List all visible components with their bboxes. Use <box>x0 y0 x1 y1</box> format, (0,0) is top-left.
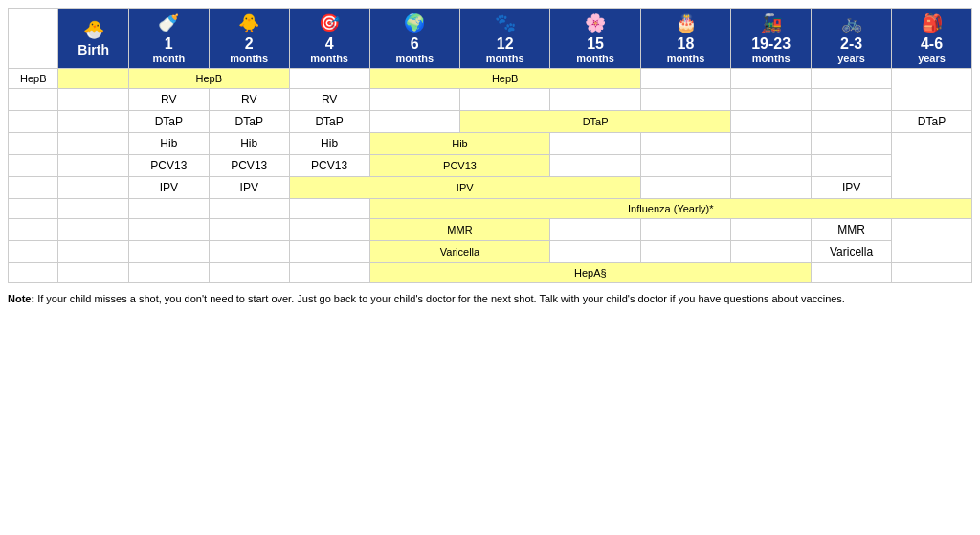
hib-2m: Hib <box>128 133 209 155</box>
header-4m: 🎯 4 months <box>289 9 369 69</box>
15m-unit: months <box>553 53 636 64</box>
4-6y-icon: 🎒 <box>895 12 969 33</box>
2m-icon: 🐥 <box>212 12 286 33</box>
hepa-2m <box>209 263 289 283</box>
19-23m-unit: months <box>734 53 808 64</box>
header-vaccine-col <box>9 9 58 69</box>
4-6y-num: 4-6 <box>895 35 969 53</box>
12m-num: 12 <box>463 35 546 53</box>
mmr-19m <box>640 219 730 241</box>
ipv-birth <box>58 177 128 199</box>
2-3y-unit: years <box>814 53 888 64</box>
hib-birth <box>58 133 128 155</box>
ipv-6m-18m: IPV <box>289 177 640 199</box>
hib-18m <box>550 133 640 155</box>
birth-icon: 🐣 <box>61 19 124 40</box>
influenza-1m <box>128 199 209 219</box>
mmr-1m <box>128 219 209 241</box>
hepb-1m: HepB <box>128 69 289 89</box>
rv-6m: RV <box>289 89 369 111</box>
ipv-row: IPV IPV IPV IPV <box>9 177 972 199</box>
rv-18m <box>550 89 640 111</box>
note-body: If your child misses a shot, you don't n… <box>34 293 845 304</box>
mmr-18m <box>550 219 640 241</box>
2-3y-num: 2-3 <box>814 35 888 53</box>
4m-unit: months <box>293 53 367 64</box>
12m-unit: months <box>463 53 546 64</box>
1m-unit: month <box>132 53 206 64</box>
header-12m: 🐾 12 months <box>459 9 549 69</box>
6m-icon: 🌍 <box>373 12 457 33</box>
6m-unit: months <box>373 53 457 64</box>
ipv-4m: IPV <box>209 177 289 199</box>
4m-num: 4 <box>293 35 367 53</box>
rv-label-cell <box>9 89 58 111</box>
influenza-6m-onward: Influenza (Yearly)* <box>369 199 971 219</box>
hepa-4m <box>289 263 369 283</box>
rv-2y <box>731 89 812 111</box>
12m-icon: 🐾 <box>463 12 546 33</box>
birth-label: Birth <box>78 42 109 57</box>
dtap-row: DTaP DTaP DTaP DTaP DTaP <box>9 111 972 133</box>
pcv13-12m-15m: PCV13 <box>369 155 550 177</box>
hib-19m <box>640 133 730 155</box>
pcv13-4y <box>812 155 892 177</box>
header-6m: 🌍 6 months <box>369 9 459 69</box>
dtap-2m: DTaP <box>128 111 209 133</box>
rv-birth <box>58 89 128 111</box>
influenza-4m <box>289 199 369 219</box>
pcv13-2y <box>731 155 812 177</box>
rv-4m: RV <box>209 89 289 111</box>
pcv13-birth <box>58 155 128 177</box>
header-birth: 🐣 Birth <box>58 9 128 69</box>
pcv13-19m <box>640 155 730 177</box>
varicella-2y <box>731 241 812 263</box>
hepb-birth <box>58 69 128 89</box>
influenza-label-cell <box>9 199 58 219</box>
pcv13-6m: PCV13 <box>289 155 369 177</box>
19-23m-icon: 🚂 <box>734 12 808 33</box>
varicella-row: Varicella Varicella <box>9 241 972 263</box>
mmr-2y <box>731 219 812 241</box>
hepa-2y <box>812 263 892 283</box>
2m-unit: months <box>212 53 286 64</box>
mmr-4y: MMR <box>812 219 892 241</box>
hepa-12m-19m: HepA§ <box>369 263 812 283</box>
note-text: Note: If your child misses a shot, you d… <box>8 291 972 307</box>
varicella-2m <box>209 241 289 263</box>
varicella-4y: Varicella <box>812 241 892 263</box>
pcv13-row: PCV13 PCV13 PCV13 PCV13 <box>9 155 972 177</box>
rv-15m <box>459 89 549 111</box>
hepa-label-cell <box>9 263 58 283</box>
hepb-4y <box>812 69 892 89</box>
1m-icon: 🍼 <box>132 12 206 33</box>
dtap-label-cell <box>9 111 58 133</box>
dtap-2y <box>812 111 892 133</box>
rv-2m: RV <box>128 89 209 111</box>
influenza-2m <box>209 199 289 219</box>
dtap-4y: DTaP <box>892 111 972 133</box>
hepb-2y <box>731 69 812 89</box>
mmr-row: MMR MMR <box>9 219 972 241</box>
varicella-1m <box>128 241 209 263</box>
hepa-1m <box>128 263 209 283</box>
rv-19m <box>640 89 730 111</box>
hib-row: Hib Hib Hib Hib <box>9 133 972 155</box>
ipv-4y: IPV <box>812 177 892 199</box>
mmr-2m <box>209 219 289 241</box>
rv-row: RV RV RV <box>9 89 972 111</box>
varicella-4m <box>289 241 369 263</box>
hib-2y <box>731 133 812 155</box>
hepa-birth <box>58 263 128 283</box>
header-18m: 🎂 18 months <box>640 9 730 69</box>
header-row: 🐣 Birth 🍼 1 month 🐥 2 months 🎯 4 months … <box>9 9 972 69</box>
ipv-19m <box>640 177 730 199</box>
hepa-row: HepA§ <box>9 263 972 283</box>
18m-icon: 🎂 <box>644 12 727 33</box>
2-3y-icon: 🚲 <box>814 12 888 33</box>
rv-4y <box>812 89 892 111</box>
18m-num: 18 <box>644 35 727 53</box>
header-2-3y: 🚲 2-3 years <box>812 9 892 69</box>
vaccine-schedule-table: 🐣 Birth 🍼 1 month 🐥 2 months 🎯 4 months … <box>8 8 972 283</box>
6m-num: 6 <box>373 35 457 53</box>
